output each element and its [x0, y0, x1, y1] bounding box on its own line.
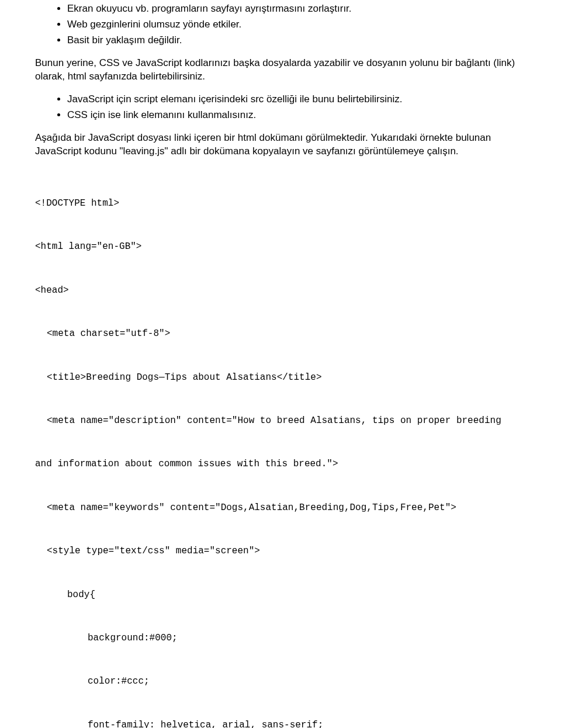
- code-line: background:#000;: [35, 631, 526, 646]
- bullet-list-1: Ekran okuyucu vb. programların sayfayı a…: [35, 2, 526, 47]
- list-item: Web gezginlerini olumsuz yönde etkiler.: [67, 18, 526, 32]
- list-item: Ekran okuyucu vb. programların sayfayı a…: [67, 2, 526, 16]
- code-line: color:#ccc;: [35, 674, 526, 689]
- list-item: CSS için ise link elemanını kullanmalısı…: [67, 109, 526, 122]
- paragraph-1: Bunun yerine, CSS ve JavaScript kodların…: [35, 57, 526, 84]
- code-line: <style type="text/css" media="screen">: [35, 544, 526, 559]
- code-line: <html lang="en-GB">: [35, 240, 526, 254]
- code-line: <title>Breeding Dogs—Tips about Alsatian…: [35, 370, 526, 385]
- paragraph-2: Aşağıda bir JavaScript dosyası linki içe…: [35, 131, 526, 158]
- code-line: <head>: [35, 283, 526, 298]
- code-line: body{: [35, 588, 526, 602]
- document-page: Ekran okuyucu vb. programların sayfayı a…: [0, 2, 561, 728]
- code-line: <meta name="description" content="How to…: [35, 414, 526, 428]
- code-line: <!DOCTYPE html>: [35, 196, 526, 211]
- code-line: <meta charset="utf-8">: [35, 327, 526, 341]
- bullet-list-2: JavaScript için script elemanı içerisind…: [35, 93, 526, 122]
- list-item: Basit bir yaklaşım değildir.: [67, 34, 526, 47]
- code-block: <!DOCTYPE html> <html lang="en-GB"> <hea…: [35, 167, 526, 728]
- code-line: font-family: helvetica, arial, sans-seri…: [35, 718, 526, 728]
- list-item: JavaScript için script elemanı içerisind…: [67, 93, 526, 106]
- code-line: and information about common issues with…: [35, 457, 526, 472]
- code-line: <meta name="keywords" content="Dogs,Alsa…: [35, 501, 526, 515]
